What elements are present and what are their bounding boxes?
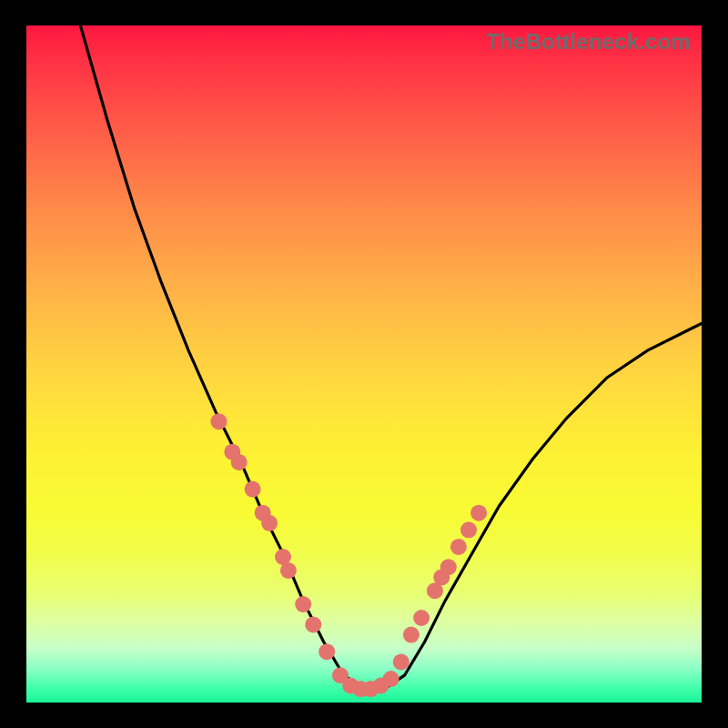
chart-frame: TheBottleneck.com — [26, 25, 702, 703]
watermark-text: TheBottleneck.com — [486, 29, 691, 55]
chart-gradient-background — [26, 25, 702, 703]
